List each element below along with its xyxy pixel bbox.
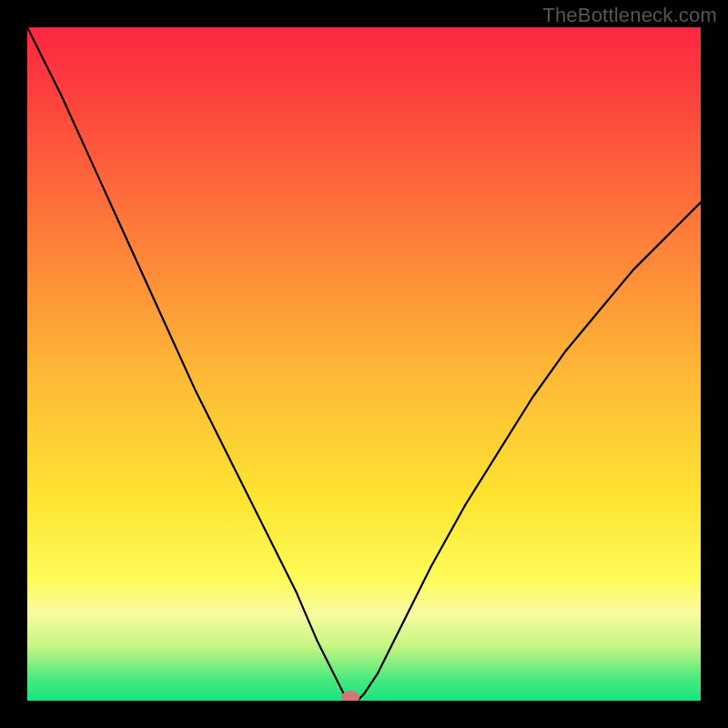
watermark-label: TheBottleneck.com [542, 4, 717, 27]
chart-frame: TheBottleneck.com [0, 0, 728, 728]
gradient-background [27, 27, 701, 701]
plot-area [27, 27, 701, 701]
plot-svg [27, 27, 701, 701]
